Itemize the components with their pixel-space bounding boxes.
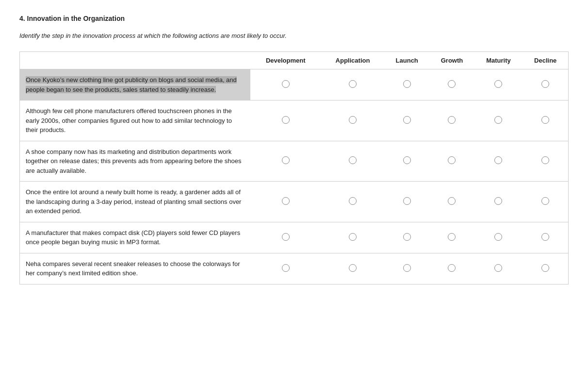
radio-cell-decline[interactable] xyxy=(523,100,568,141)
instruction: Identify the step in the innovation proc… xyxy=(19,32,569,39)
radio-maturity-row1[interactable] xyxy=(494,116,502,124)
radio-cell-application[interactable] xyxy=(321,253,384,284)
radio-growth-row1[interactable] xyxy=(448,116,456,124)
radio-cell-launch[interactable] xyxy=(384,69,429,100)
radio-growth-row4[interactable] xyxy=(448,233,456,241)
radio-cell-launch[interactable] xyxy=(384,100,429,141)
radio-cell-growth[interactable] xyxy=(429,141,474,182)
radio-development-row3[interactable] xyxy=(282,197,290,205)
radio-cell-launch[interactable] xyxy=(384,182,429,222)
radio-maturity-row3[interactable] xyxy=(494,197,502,205)
radio-launch-row2[interactable] xyxy=(403,156,411,164)
col-header-maturity: Maturity xyxy=(474,52,523,69)
radio-cell-maturity[interactable] xyxy=(474,100,523,141)
radio-application-row2[interactable] xyxy=(349,156,357,164)
radio-development-row5[interactable] xyxy=(282,264,290,272)
col-header-growth: Growth xyxy=(429,52,474,69)
radio-decline-row3[interactable] xyxy=(541,197,549,205)
radio-maturity-row2[interactable] xyxy=(494,156,502,164)
statement-cell: Once Kyoko’s new clothing line got publi… xyxy=(20,69,250,100)
radio-cell-maturity[interactable] xyxy=(474,141,523,182)
col-header-application: Application xyxy=(321,52,384,69)
radio-growth-row5[interactable] xyxy=(448,264,456,272)
table-header-row: Development Application Launch Growth Ma… xyxy=(20,52,569,69)
statement-cell: Once the entire lot around a newly built… xyxy=(20,182,250,222)
radio-cell-launch[interactable] xyxy=(384,141,429,182)
radio-maturity-row0[interactable] xyxy=(494,80,502,88)
radio-cell-development[interactable] xyxy=(250,222,321,253)
radio-cell-development[interactable] xyxy=(250,182,321,222)
radio-application-row5[interactable] xyxy=(349,264,357,272)
radio-maturity-row5[interactable] xyxy=(494,264,502,272)
statement-cell: A manufacturer that makes compact disk (… xyxy=(20,222,250,253)
radio-growth-row3[interactable] xyxy=(448,197,456,205)
radio-cell-decline[interactable] xyxy=(523,222,568,253)
radio-cell-launch[interactable] xyxy=(384,253,429,284)
radio-decline-row0[interactable] xyxy=(541,80,549,88)
question-title: 4. Innovation in the Organization xyxy=(19,15,569,22)
radio-cell-decline[interactable] xyxy=(523,253,568,284)
radio-cell-growth[interactable] xyxy=(429,182,474,222)
radio-development-row0[interactable] xyxy=(282,80,290,88)
radio-cell-maturity[interactable] xyxy=(474,222,523,253)
radio-cell-maturity[interactable] xyxy=(474,69,523,100)
radio-cell-decline[interactable] xyxy=(523,69,568,100)
radio-application-row4[interactable] xyxy=(349,233,357,241)
radio-launch-row1[interactable] xyxy=(403,116,411,124)
radio-cell-development[interactable] xyxy=(250,100,321,141)
col-header-development: Development xyxy=(250,52,321,69)
radio-cell-launch[interactable] xyxy=(384,222,429,253)
radio-cell-growth[interactable] xyxy=(429,100,474,141)
statement-cell: A shoe company now has its marketing and… xyxy=(20,141,250,182)
table-row: A manufacturer that makes compact disk (… xyxy=(20,222,569,253)
table-row: A shoe company now has its marketing and… xyxy=(20,141,569,182)
radio-application-row3[interactable] xyxy=(349,197,357,205)
radio-development-row2[interactable] xyxy=(282,156,290,164)
radio-cell-development[interactable] xyxy=(250,141,321,182)
radio-cell-growth[interactable] xyxy=(429,253,474,284)
radio-cell-application[interactable] xyxy=(321,182,384,222)
col-header-launch: Launch xyxy=(384,52,429,69)
radio-decline-row5[interactable] xyxy=(541,264,549,272)
radio-launch-row4[interactable] xyxy=(403,233,411,241)
table-row: Although few cell phone manufacturers of… xyxy=(20,100,569,141)
col-header-decline: Decline xyxy=(523,52,568,69)
radio-launch-row5[interactable] xyxy=(403,264,411,272)
radio-growth-row2[interactable] xyxy=(448,156,456,164)
radio-application-row1[interactable] xyxy=(349,116,357,124)
radio-launch-row0[interactable] xyxy=(403,80,411,88)
table-row: Neha compares several recent sneaker rel… xyxy=(20,253,569,284)
radio-cell-growth[interactable] xyxy=(429,69,474,100)
radio-growth-row0[interactable] xyxy=(448,80,456,88)
radio-cell-application[interactable] xyxy=(321,100,384,141)
radio-cell-application[interactable] xyxy=(321,141,384,182)
radio-decline-row4[interactable] xyxy=(541,233,549,241)
radio-cell-growth[interactable] xyxy=(429,222,474,253)
radio-maturity-row4[interactable] xyxy=(494,233,502,241)
table-row: Once Kyoko’s new clothing line got publi… xyxy=(20,69,569,100)
statement-cell: Neha compares several recent sneaker rel… xyxy=(20,253,250,284)
table-row: Once the entire lot around a newly built… xyxy=(20,182,569,222)
radio-cell-decline[interactable] xyxy=(523,141,568,182)
radio-cell-development[interactable] xyxy=(250,253,321,284)
radio-cell-application[interactable] xyxy=(321,222,384,253)
col-header-statement xyxy=(20,52,250,69)
radio-application-row0[interactable] xyxy=(349,80,357,88)
radio-development-row4[interactable] xyxy=(282,233,290,241)
radio-development-row1[interactable] xyxy=(282,116,290,124)
statement-cell: Although few cell phone manufacturers of… xyxy=(20,100,250,141)
radio-cell-development[interactable] xyxy=(250,69,321,100)
radio-cell-maturity[interactable] xyxy=(474,253,523,284)
radio-cell-application[interactable] xyxy=(321,69,384,100)
innovation-table: Development Application Launch Growth Ma… xyxy=(19,51,569,284)
radio-decline-row2[interactable] xyxy=(541,156,549,164)
radio-cell-maturity[interactable] xyxy=(474,182,523,222)
radio-launch-row3[interactable] xyxy=(403,197,411,205)
radio-decline-row1[interactable] xyxy=(541,116,549,124)
radio-cell-decline[interactable] xyxy=(523,182,568,222)
